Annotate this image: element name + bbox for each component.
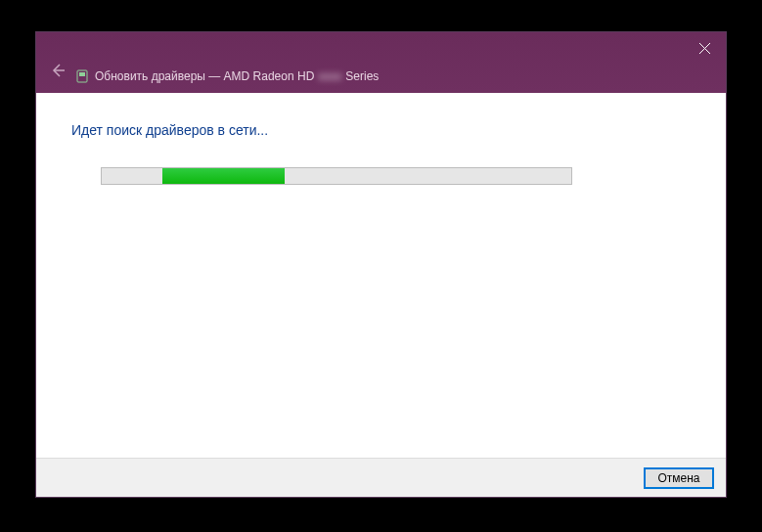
progress-bar [101, 167, 572, 185]
dialog-footer: Отмена [36, 458, 726, 497]
close-icon [699, 43, 710, 57]
back-button[interactable] [46, 60, 69, 83]
progress-fill [162, 168, 285, 184]
title-prefix: Обновить драйверы — AMD Radeon HD [95, 69, 314, 83]
titlebar: Обновить драйверы — AMD Radeon HD xxxx S… [36, 32, 726, 93]
window-title: Обновить драйверы — AMD Radeon HD xxxx S… [95, 69, 379, 83]
svg-rect-4 [79, 72, 85, 76]
device-icon [75, 69, 89, 83]
close-button[interactable] [693, 38, 716, 62]
status-heading: Идет поиск драйверов в сети... [71, 122, 691, 138]
cancel-button[interactable]: Отмена [644, 467, 714, 489]
back-arrow-icon [50, 63, 66, 81]
title-model-blurred: xxxx [318, 69, 341, 83]
content-area: Идет поиск драйверов в сети... [36, 93, 726, 458]
driver-update-dialog: Обновить драйверы — AMD Radeon HD xxxx S… [35, 31, 727, 498]
title-suffix: Series [345, 69, 379, 83]
